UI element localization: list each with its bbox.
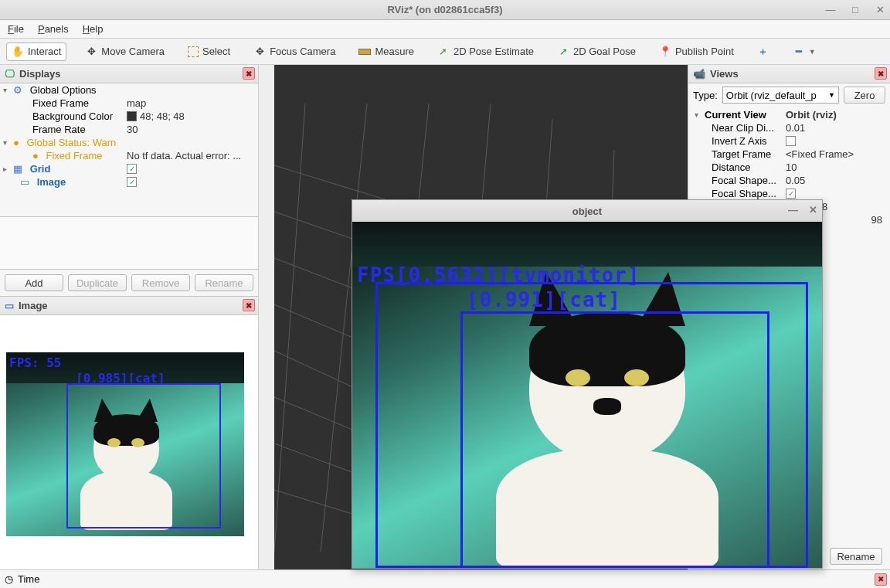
publish-point-label: Publish Point	[675, 46, 734, 57]
arrow-green-icon: ➚	[557, 46, 569, 58]
grid-label[interactable]: Grid	[30, 163, 51, 175]
goal-pose-button[interactable]: ➚ 2D Goal Pose	[552, 43, 640, 60]
distance-value[interactable]: 10	[786, 161, 887, 173]
object-image: FPS[0.5632][tvmonitor] [0.991][cat]	[352, 222, 822, 568]
invert-z-checkbox[interactable]: ✓	[786, 136, 796, 146]
arrow-green-icon: ➚	[437, 46, 450, 58]
view-type-select[interactable]: Orbit (rviz_default_p ▼	[722, 87, 839, 104]
views-type-row: Type: Orbit (rviz_default_p ▼ Zero	[688, 83, 890, 107]
minus-icon: ━	[793, 46, 805, 58]
focus-camera-label: Focus Camera	[270, 46, 335, 57]
displays-tree[interactable]: ▾⚙ Global Options Fixed Framemap Backgro…	[0, 83, 258, 216]
views-header[interactable]: 📹 Views ✖	[688, 65, 890, 83]
pose-estimate-button[interactable]: ➚ 2D Pose Estimate	[433, 43, 538, 60]
near-clip-label: Near Clip Di...	[695, 122, 786, 134]
add-button[interactable]: Add	[5, 274, 63, 291]
object-window-titlebar[interactable]: object — ✕	[352, 200, 822, 222]
object-window[interactable]: object — ✕ FPS[0.5632][tvmonitor] [0.991…	[352, 199, 823, 569]
close-panel-icon[interactable]: ✖	[243, 299, 255, 311]
global-options-label: Global Options	[30, 84, 97, 96]
measure-button[interactable]: Measure	[354, 43, 419, 59]
minimize-icon[interactable]: —	[824, 2, 837, 16]
fps-overlay: FPS: 55	[9, 355, 61, 370]
minimize-icon[interactable]: —	[788, 204, 798, 216]
pin-icon: 📍	[659, 46, 671, 58]
dropdown-icon: ▼	[809, 48, 816, 56]
select-label: Select	[202, 46, 230, 57]
move-camera-label: Move Camera	[101, 46, 165, 57]
object-window-buttons: — ✕	[788, 204, 817, 216]
focal-shape-checkbox[interactable]: ✓	[786, 189, 796, 199]
image-checkbox[interactable]: ✓	[127, 177, 137, 187]
menu-help[interactable]: Help	[83, 23, 104, 35]
display-buttons: Add Duplicate Remove Rename	[0, 269, 258, 296]
image-panel-title: Image	[19, 300, 48, 311]
bbox-cat	[460, 311, 769, 568]
left-sidebar: 🖵 Displays ✖ ▾⚙ Global Options Fixed Fra…	[0, 65, 259, 569]
type-label: Type:	[693, 90, 718, 101]
select-icon	[188, 46, 199, 57]
image-panel-header[interactable]: ▭ Image ✖	[0, 297, 258, 315]
displays-header[interactable]: 🖵 Displays ✖	[0, 65, 258, 83]
grid-checkbox[interactable]: ✓	[127, 164, 137, 174]
add-tool-button[interactable]: ＋	[752, 43, 774, 60]
close-icon[interactable]: ✕	[873, 2, 887, 16]
publish-point-button[interactable]: 📍 Publish Point	[654, 43, 739, 60]
menu-file[interactable]: File	[8, 23, 24, 35]
svg-line-8	[274, 104, 305, 552]
clock-icon: ◷	[5, 573, 13, 585]
image-icon: ▭	[5, 300, 14, 311]
interact-label: Interact	[28, 46, 61, 57]
bg-color-value[interactable]: 48; 48; 48	[140, 110, 185, 122]
select-button[interactable]: Select	[183, 43, 235, 59]
plus-icon: ＋	[757, 46, 769, 58]
close-panel-icon[interactable]: ✖	[875, 573, 887, 586]
target-frame-value[interactable]: <Fixed Frame>	[786, 148, 887, 160]
close-panel-icon[interactable]: ✖	[875, 67, 887, 80]
grid-icon: ▦	[13, 163, 22, 175]
image-display[interactable]: FPS: 55 [0.985][cat]	[0, 315, 258, 569]
goal-pose-label: 2D Goal Pose	[573, 46, 636, 57]
maximize-icon[interactable]: □	[848, 2, 862, 16]
current-view-value: Orbit (rviz)	[786, 109, 887, 121]
close-panel-icon[interactable]: ✖	[243, 67, 255, 80]
global-status-label: Global Status: Warn	[26, 137, 116, 148]
fixed-frame-value[interactable]: map	[127, 97, 258, 109]
window-buttons: — □ ✕	[824, 2, 887, 16]
remove-tool-button[interactable]: ━ ▼	[788, 43, 820, 60]
focal-shape2-label: Focal Shape...	[695, 188, 786, 199]
image-panel: ▭ Image ✖ FPS: 55	[0, 296, 258, 569]
menu-panels[interactable]: Panels	[38, 23, 69, 35]
zero-button[interactable]: Zero	[844, 87, 885, 104]
focus-camera-button[interactable]: ✥ Focus Camera	[249, 43, 340, 60]
warning-icon: ●	[13, 137, 19, 148]
frame-rate-value[interactable]: 30	[127, 124, 258, 135]
distance-label: Distance	[695, 161, 786, 173]
time-panel[interactable]: ◷ Time ✖	[0, 569, 890, 588]
pose-estimate-label: 2D Pose Estimate	[453, 46, 534, 57]
remove-button: Remove	[131, 274, 190, 291]
move-camera-button[interactable]: ✥ Move Camera	[80, 43, 169, 60]
interact-button[interactable]: ✋ Interact	[6, 42, 66, 61]
color-swatch[interactable]	[127, 111, 137, 121]
views-rename-button[interactable]: Rename	[830, 548, 882, 565]
image-label[interactable]: Image	[37, 176, 66, 188]
image-icon: ▭	[20, 176, 29, 188]
focal-shape1-value[interactable]: 0.05	[786, 175, 887, 186]
menubar: File Panels Help	[0, 20, 890, 39]
fixed-frame-status-label: Fixed Frame	[46, 150, 102, 161]
current-view-label: Current View	[705, 109, 766, 121]
near-clip-value[interactable]: 0.01	[786, 122, 887, 134]
rename-button: Rename	[195, 274, 253, 291]
frame-rate-label: Frame Rate	[3, 124, 127, 135]
close-icon[interactable]: ✕	[809, 204, 817, 216]
view-type-value: Orbit (rviz_default_p	[726, 90, 817, 101]
hand-icon: ✋	[12, 46, 24, 58]
chevron-down-icon: ▼	[828, 91, 835, 99]
ruler-icon	[358, 49, 371, 55]
move-icon: ✥	[85, 46, 97, 58]
invert-z-label: Invert Z Axis	[695, 135, 786, 147]
monitor-icon: 🖵	[5, 68, 15, 80]
gear-icon: ⚙	[13, 84, 22, 96]
description-panel	[0, 216, 258, 269]
